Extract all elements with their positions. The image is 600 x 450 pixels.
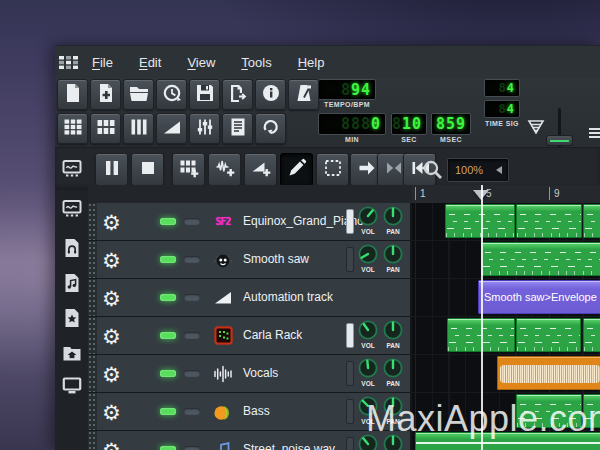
metronome-button[interactable] xyxy=(288,79,319,110)
menu-edit[interactable]: Edit xyxy=(139,55,161,70)
sidebar-instruments[interactable] xyxy=(62,198,82,218)
solo-led[interactable] xyxy=(184,294,200,301)
menu-view[interactable]: View xyxy=(187,55,215,70)
track-header[interactable]: ⚙Automation track xyxy=(88,279,412,316)
recently-opened-button[interactable] xyxy=(156,79,187,110)
solo-led[interactable] xyxy=(184,446,200,450)
controller-rack-button[interactable] xyxy=(255,113,286,144)
track-name[interactable]: Bass xyxy=(243,404,270,418)
mute-led[interactable] xyxy=(160,370,176,377)
sidebar-samples[interactable] xyxy=(62,238,82,258)
select-mode-button[interactable] xyxy=(316,153,349,186)
solo-led[interactable] xyxy=(184,218,200,225)
timesig-denominator-display[interactable]: 84 xyxy=(484,100,520,118)
pan-knob[interactable] xyxy=(382,243,404,265)
pattern-clip[interactable] xyxy=(516,318,581,352)
track-header[interactable]: ⚙SF2Equinox_Grand_PianosVOLPAN xyxy=(88,203,412,240)
track-gear-icon[interactable]: ⚙ xyxy=(102,439,121,450)
add-automation-track-button[interactable] xyxy=(244,153,277,186)
track-header[interactable]: ⚙Street_noise.wavVOLPAN xyxy=(88,431,412,450)
track-name[interactable]: Carla Rack xyxy=(243,328,302,342)
track-grip-handle[interactable] xyxy=(88,241,97,278)
mute-led[interactable] xyxy=(160,218,176,225)
volume-knob[interactable] xyxy=(357,243,379,265)
master-pitch-icon[interactable] xyxy=(588,126,600,142)
track-name[interactable]: Vocals xyxy=(243,366,278,380)
mute-led[interactable] xyxy=(160,446,176,450)
solo-led[interactable] xyxy=(184,256,200,263)
menu-tools[interactable]: Tools xyxy=(241,55,271,70)
track-grip-handle[interactable] xyxy=(88,203,97,240)
fx-mixer-button[interactable] xyxy=(189,113,220,144)
sidebar-presets[interactable] xyxy=(62,273,82,293)
track-grip-handle[interactable] xyxy=(88,279,97,316)
song-editor-button[interactable] xyxy=(57,113,88,144)
sample-clip[interactable] xyxy=(497,356,600,390)
track-header[interactable]: ⚙Carla RackVOLPAN xyxy=(88,317,412,354)
master-volume-icon[interactable] xyxy=(527,118,545,136)
track-name[interactable]: Automation track xyxy=(243,290,333,304)
zoom-dropdown[interactable]: 100% xyxy=(447,158,509,182)
pan-knob[interactable] xyxy=(382,357,404,379)
track-name[interactable]: Street_noise.wav xyxy=(243,442,335,450)
track-grid-cell[interactable] xyxy=(412,317,600,354)
volume-knob[interactable] xyxy=(357,357,379,379)
pattern-clip[interactable] xyxy=(516,204,582,238)
master-pitch-slider-handle[interactable] xyxy=(546,135,573,146)
solo-led[interactable] xyxy=(184,370,200,377)
track-header[interactable]: ⚙BassVOLPAN xyxy=(88,393,412,430)
track-grid-cell[interactable] xyxy=(412,355,600,392)
track-gear-icon[interactable]: ⚙ xyxy=(102,363,121,384)
volume-knob[interactable] xyxy=(357,205,379,227)
track-grid-cell[interactable] xyxy=(412,241,600,278)
new-project-button[interactable] xyxy=(57,79,88,110)
menu-help[interactable]: Help xyxy=(298,55,325,70)
app-logo-icon[interactable] xyxy=(59,56,78,69)
export-project-button[interactable] xyxy=(222,79,253,110)
track-grid-cell[interactable] xyxy=(412,203,600,240)
solo-led[interactable] xyxy=(184,332,200,339)
track-grip-handle[interactable] xyxy=(88,393,97,430)
timeline-ruler[interactable]: 159 xyxy=(88,185,600,203)
sidebar-computer[interactable] xyxy=(62,375,82,395)
mute-led[interactable] xyxy=(160,256,176,263)
add-sample-track-button[interactable] xyxy=(208,153,241,186)
track-grip-handle[interactable] xyxy=(88,355,97,392)
save-project-button[interactable] xyxy=(189,79,220,110)
open-project-button[interactable] xyxy=(123,79,154,110)
pan-knob[interactable] xyxy=(382,319,404,341)
pattern-clip[interactable] xyxy=(481,242,600,276)
add-bb-track-button[interactable] xyxy=(172,153,205,186)
track-gear-icon[interactable]: ⚙ xyxy=(102,401,121,422)
project-info-button[interactable] xyxy=(255,79,286,110)
track-grid-cell[interactable]: Smooth saw>Envelope xyxy=(412,279,600,316)
stop-button[interactable] xyxy=(131,153,164,186)
track-gear-icon[interactable]: ⚙ xyxy=(102,287,121,308)
pattern-clip[interactable] xyxy=(583,318,600,352)
project-notes-button[interactable] xyxy=(222,113,253,144)
menu-file[interactable]: File xyxy=(92,55,113,70)
timesig-numerator-display[interactable]: 84 xyxy=(484,79,520,97)
sidebar-home[interactable] xyxy=(62,343,82,363)
bb-editor-button[interactable] xyxy=(90,113,121,144)
pan-knob[interactable] xyxy=(382,205,404,227)
mute-led[interactable] xyxy=(160,408,176,415)
new-from-template-button[interactable] xyxy=(90,79,121,110)
pause-button[interactable] xyxy=(95,153,128,186)
track-gear-icon[interactable]: ⚙ xyxy=(102,325,121,346)
draw-mode-button[interactable] xyxy=(280,153,313,186)
mute-led[interactable] xyxy=(160,294,176,301)
track-grip-handle[interactable] xyxy=(88,431,97,450)
automation-clip[interactable]: Smooth saw>Envelope xyxy=(478,280,600,314)
mute-led[interactable] xyxy=(160,332,176,339)
tempo-display[interactable]: 894 xyxy=(318,79,376,100)
track-gear-icon[interactable]: ⚙ xyxy=(102,211,121,232)
automation-editor-button[interactable] xyxy=(156,113,187,144)
solo-led[interactable] xyxy=(184,408,200,415)
track-header[interactable]: ⚙Smooth sawVOLPAN xyxy=(88,241,412,278)
track-gear-icon[interactable]: ⚙ xyxy=(102,249,121,270)
track-header[interactable]: ⚙VocalsVOLPAN xyxy=(88,355,412,392)
pattern-clip[interactable] xyxy=(445,204,515,238)
sidebar-instruments[interactable] xyxy=(62,158,82,182)
piano-roll-button[interactable] xyxy=(123,113,154,144)
